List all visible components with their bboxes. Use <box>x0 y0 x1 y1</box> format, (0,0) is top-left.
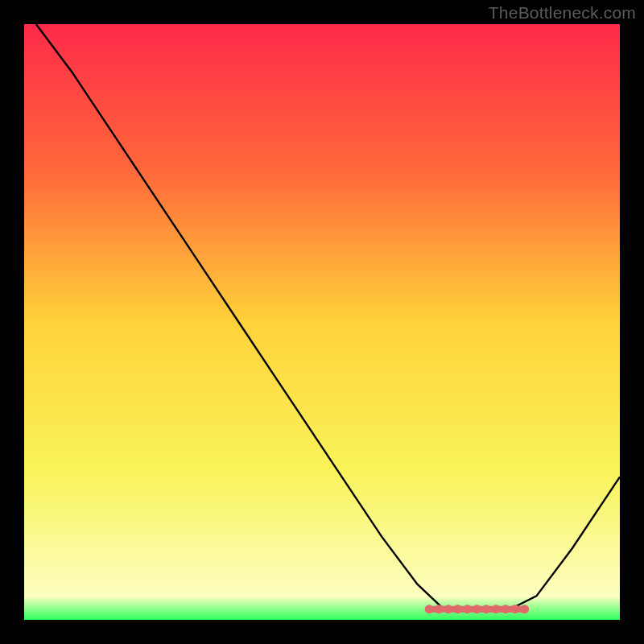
watermark-text: TheBottleneck.com <box>489 3 636 23</box>
optimal-range-highlight <box>425 605 529 613</box>
svg-point-4 <box>453 605 462 613</box>
gradient-background <box>24 24 620 620</box>
svg-point-2 <box>435 605 444 613</box>
svg-point-9 <box>501 605 510 613</box>
chart-svg <box>24 24 620 620</box>
svg-point-5 <box>463 605 472 613</box>
svg-point-6 <box>473 605 481 613</box>
svg-point-7 <box>482 605 491 613</box>
svg-point-11 <box>520 605 529 613</box>
chart-container: TheBottleneck.com <box>0 0 644 644</box>
svg-point-8 <box>492 605 501 613</box>
svg-point-3 <box>444 605 452 613</box>
plot-area <box>24 24 620 620</box>
svg-point-1 <box>425 605 434 613</box>
svg-point-10 <box>510 605 519 613</box>
